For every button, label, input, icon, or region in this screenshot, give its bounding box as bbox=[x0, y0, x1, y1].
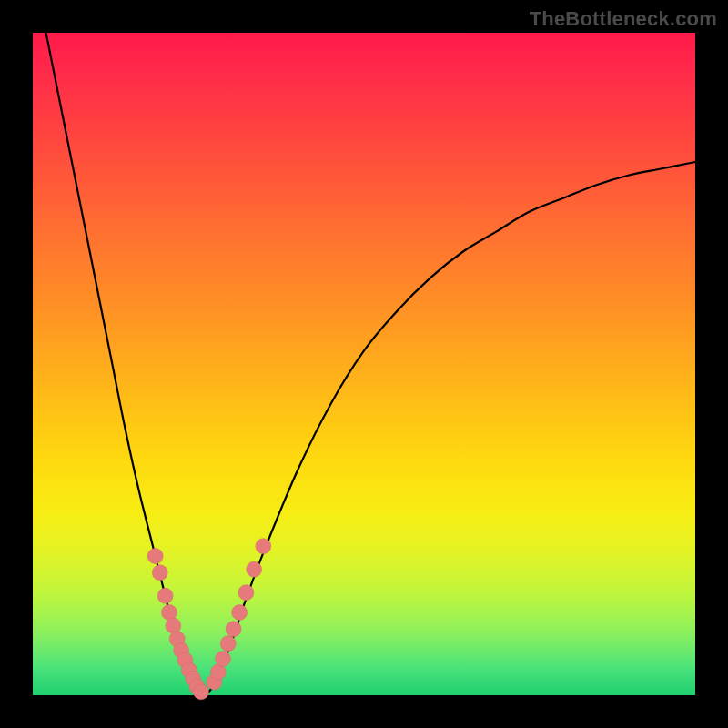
watermark-text: TheBottleneck.com bbox=[530, 7, 717, 31]
data-dot bbox=[157, 588, 173, 603]
data-dot bbox=[166, 618, 181, 633]
data-dot bbox=[226, 622, 241, 637]
dots-right bbox=[207, 539, 271, 690]
data-dot bbox=[152, 565, 167, 581]
data-dot bbox=[220, 636, 236, 652]
data-dot bbox=[247, 561, 262, 577]
data-dot bbox=[147, 549, 163, 564]
curve-right bbox=[205, 162, 695, 695]
chart-frame: TheBottleneck.com bbox=[0, 0, 728, 728]
data-dot bbox=[232, 605, 248, 621]
data-dot bbox=[161, 605, 177, 621]
curves-svg bbox=[33, 33, 695, 695]
data-dot bbox=[238, 585, 254, 601]
plot-area bbox=[33, 33, 695, 695]
curve-left bbox=[46, 33, 206, 695]
data-dot bbox=[256, 539, 271, 554]
data-dot bbox=[193, 684, 208, 700]
dots-left bbox=[147, 549, 208, 700]
data-dot bbox=[215, 651, 230, 666]
